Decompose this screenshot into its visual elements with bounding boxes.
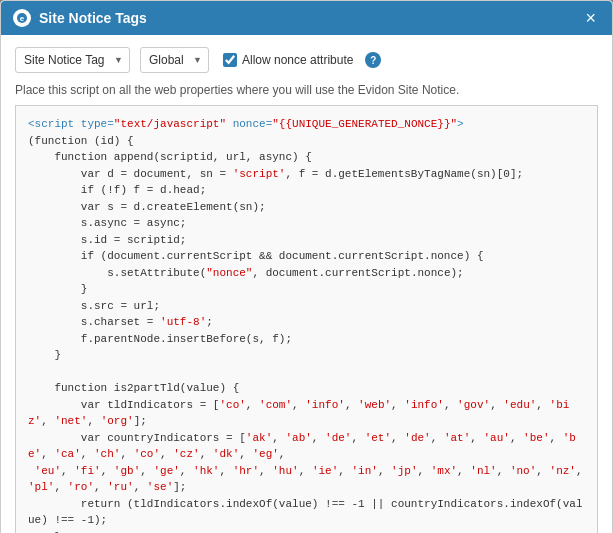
modal-header: e Site Notice Tags × [1, 1, 612, 35]
instruction-text: Place this script on all the web propert… [15, 83, 598, 97]
code-container[interactable]: <script type="text/javascript" nonce="{{… [15, 105, 598, 533]
scope-select[interactable]: Global US EU [140, 47, 209, 73]
evidon-logo-icon: e [13, 9, 31, 27]
code-block: <script type="text/javascript" nonce="{{… [16, 106, 597, 533]
svg-text:e: e [20, 14, 25, 23]
help-icon[interactable]: ? [365, 52, 381, 68]
scope-select-wrapper: Global US EU [140, 47, 209, 73]
modal-title: Site Notice Tags [39, 10, 147, 26]
modal-body: Site Notice Tag Option 2 Global US EU Al… [1, 35, 612, 533]
tag-select-wrapper: Site Notice Tag Option 2 [15, 47, 130, 73]
nonce-checkbox-label[interactable]: Allow nonce attribute [223, 53, 353, 67]
tag-select[interactable]: Site Notice Tag Option 2 [15, 47, 130, 73]
modal-close-button[interactable]: × [581, 9, 600, 27]
toolbar: Site Notice Tag Option 2 Global US EU Al… [15, 47, 598, 73]
nonce-checkbox[interactable] [223, 53, 237, 67]
header-left: e Site Notice Tags [13, 9, 147, 27]
site-notice-tags-modal: e Site Notice Tags × Site Notice Tag Opt… [0, 0, 613, 533]
nonce-label-text: Allow nonce attribute [242, 53, 353, 67]
